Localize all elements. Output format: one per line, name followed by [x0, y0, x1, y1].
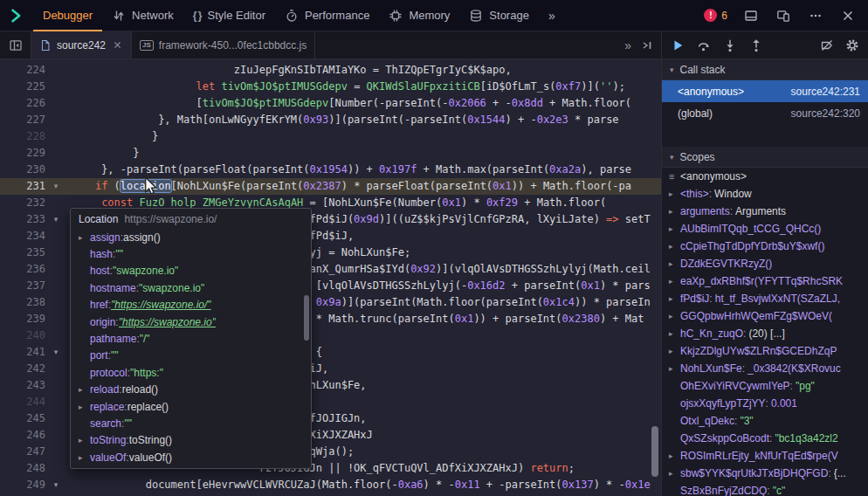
line-gutter[interactable]: 236 — [0, 261, 66, 278]
step-out-button[interactable] — [749, 38, 763, 52]
line-gutter[interactable]: 248 — [0, 460, 66, 477]
scope-row[interactable]: ▸AUbBimITQqb_tCCG_QHCc() — [662, 220, 868, 238]
more-tools-button[interactable]: » — [539, 0, 565, 31]
line-gutter[interactable]: 235 — [0, 245, 66, 261]
line-gutter[interactable]: 238 — [0, 294, 66, 311]
line-gutter[interactable]: 230 — [0, 162, 66, 178]
code-line[interactable]: 226 [tivOm$JO$ptIMUSGdepv[Number(-parseI… — [0, 95, 661, 112]
popup-property-row[interactable]: port: "" — [71, 348, 311, 364]
code-line[interactable]: 231▾ if (location[NohLXun$Fe(parseInt(0x… — [0, 178, 661, 195]
line-gutter[interactable]: 233▾ — [0, 211, 66, 228]
fold-toggle-icon[interactable]: ▾ — [45, 178, 66, 195]
settings-gear-icon[interactable] — [845, 38, 859, 52]
line-number[interactable]: 247 — [0, 444, 45, 460]
line-gutter[interactable]: 227 — [0, 112, 66, 128]
line-number[interactable]: 234 — [0, 228, 45, 245]
scope-row[interactable]: ▸KkjzZDlgUYw$ZLRn$GCEDhZqP — [662, 342, 868, 360]
line-number[interactable]: 231 — [0, 178, 45, 195]
expand-panes-icon[interactable] — [640, 38, 654, 52]
line-number[interactable]: 249 — [0, 477, 45, 493]
source-tab-source242[interactable]: source242 — [31, 31, 132, 59]
popup-scrollbar-thumb[interactable] — [304, 295, 309, 341]
line-number[interactable]: 224 — [0, 62, 45, 79]
fold-toggle-icon[interactable]: ▾ — [45, 211, 66, 228]
line-gutter[interactable]: 229 — [0, 145, 66, 162]
close-tab-button[interactable] — [111, 39, 123, 52]
line-number[interactable]: 241 — [0, 344, 45, 361]
scope-row[interactable]: ▸eaXp_dxRBhf$r(YFYTTq$RhcSRK — [662, 272, 868, 290]
scope-row[interactable]: Otxl_qDekc:"3" — [662, 412, 868, 430]
popup-property-row[interactable]: hash: "" — [71, 245, 311, 262]
tool-tab-network[interactable]: Network — [102, 0, 183, 31]
line-gutter[interactable]: 228 — [0, 128, 66, 145]
line-number[interactable]: 238 — [0, 294, 45, 311]
deactivate-breakpoints-button[interactable] — [820, 38, 834, 52]
line-gutter[interactable]: 226 — [0, 95, 66, 112]
step-in-button[interactable] — [723, 38, 737, 52]
scope-row[interactable]: OhEXviYiRVCywmIYeP:"pg" — [662, 377, 868, 395]
scope-row[interactable]: ▸NohLXun$Fe:_0x3842(K$XRovuc — [662, 360, 868, 377]
tool-tab-performance[interactable]: Performance — [275, 0, 379, 31]
line-gutter[interactable]: 234 — [0, 228, 66, 245]
popup-property-row[interactable]: ▸replace: replace() — [71, 398, 311, 415]
line-number[interactable]: 243 — [0, 377, 45, 394]
scopes-header[interactable]: ▾ Scopes — [662, 147, 868, 168]
line-gutter[interactable]: 244 — [0, 394, 66, 410]
line-gutter[interactable]: 237 — [0, 278, 66, 294]
line-number[interactable]: 242 — [0, 361, 45, 377]
line-number[interactable]: 245 — [0, 410, 45, 427]
scope-row[interactable]: ▸<this>:Window — [662, 185, 868, 203]
tool-tab-style-editor[interactable]: { } Style Editor — [183, 0, 275, 31]
line-number[interactable]: 235 — [0, 245, 45, 261]
scope-row[interactable]: QxSZskppCoBcodt:"bc1q3a42zl2 — [662, 430, 868, 447]
line-number[interactable]: 227 — [0, 112, 45, 128]
code-line[interactable]: 224 zIuJepFgKnSIbTAMIaYKo = ThIZQpETgrIy… — [0, 62, 661, 79]
line-number[interactable]: 239 — [0, 311, 45, 327]
popup-property-row[interactable]: ▸valueOf: valueOf() — [71, 449, 311, 465]
step-over-button[interactable] — [697, 38, 711, 52]
tool-tab-storage[interactable]: Storage — [459, 0, 539, 31]
code-line[interactable]: 249▾ document[eHevrwwVCLWVRCUZaJ(Math.fl… — [0, 477, 661, 493]
scope-row[interactable]: ▸sbw$YYK$qrUtkJTxBjDHQFGD:{... — [662, 465, 868, 482]
popup-property-row[interactable]: ▸reload: reload() — [71, 382, 311, 398]
line-number[interactable]: 244 — [0, 394, 45, 410]
tool-tab-debugger[interactable]: Debugger — [33, 0, 102, 31]
code-line[interactable]: 229 } — [0, 145, 661, 162]
popup-property-row[interactable]: ▸toString: toString() — [71, 432, 311, 449]
code-line[interactable]: 227 }, Math[onLwNGyyfEKrYM(0x93)](parseI… — [0, 112, 661, 128]
scope-row[interactable]: ▸GGQpbwHrhWQemFZg$WOeV( — [662, 307, 868, 325]
tool-tab-memory[interactable]: Memory — [379, 0, 459, 31]
error-count-badge[interactable]: ! 6 — [704, 9, 727, 22]
source-editor[interactable]: 224 zIuJepFgKnSIbTAMIaYKo = ThIZQpETgrIy… — [0, 59, 661, 496]
line-gutter[interactable]: 239 — [0, 311, 66, 327]
popup-property-row[interactable]: ▸assign: assign() — [71, 229, 311, 245]
code-line[interactable]: 230 }, -parseInt(parseFloat(parseInt(0x1… — [0, 162, 661, 178]
line-gutter[interactable]: 245 — [0, 410, 66, 427]
stack-frame[interactable]: <anonymous>source242:231 — [662, 80, 868, 102]
popup-property-row[interactable]: host: "swapzone.io" — [71, 263, 311, 279]
fold-toggle-icon[interactable]: ▾ — [45, 477, 66, 493]
line-number[interactable]: 240 — [0, 327, 45, 344]
resume-button[interactable] — [671, 38, 685, 52]
line-gutter[interactable]: 224 — [0, 62, 66, 79]
popup-property-row[interactable]: pathname: "/" — [71, 330, 311, 347]
fold-toggle-icon[interactable]: ▾ — [45, 344, 66, 361]
scope-row[interactable]: ≡<anonymous> — [662, 168, 868, 185]
scope-row[interactable]: ▸DZdkEGVTKRzyZ() — [662, 255, 868, 272]
popup-property-row[interactable]: protocol: "https:" — [71, 364, 311, 381]
line-number[interactable]: 236 — [0, 261, 45, 278]
line-gutter[interactable]: 232 — [0, 195, 66, 211]
line-gutter[interactable]: 231▾ — [0, 178, 66, 195]
line-number[interactable]: 233 — [0, 211, 45, 228]
scope-row[interactable]: ▸fPd$iJ:ht_tf_BsvjwlXxNT(SZaZLJ, — [662, 290, 868, 307]
split-console-button[interactable] — [742, 7, 760, 24]
popup-property-row[interactable]: hostname: "swapzone.io" — [71, 279, 311, 296]
toggle-sources-pane-button[interactable] — [0, 31, 31, 59]
code-line[interactable]: 228 } — [0, 128, 661, 145]
line-number[interactable]: 226 — [0, 95, 45, 112]
call-stack-header[interactable]: ▾ Call stack — [662, 59, 868, 80]
line-number[interactable]: 232 — [0, 195, 45, 211]
line-number[interactable]: 225 — [0, 79, 45, 95]
meatball-menu-button[interactable] — [807, 7, 824, 24]
responsive-design-mode-button[interactable] — [775, 7, 792, 24]
